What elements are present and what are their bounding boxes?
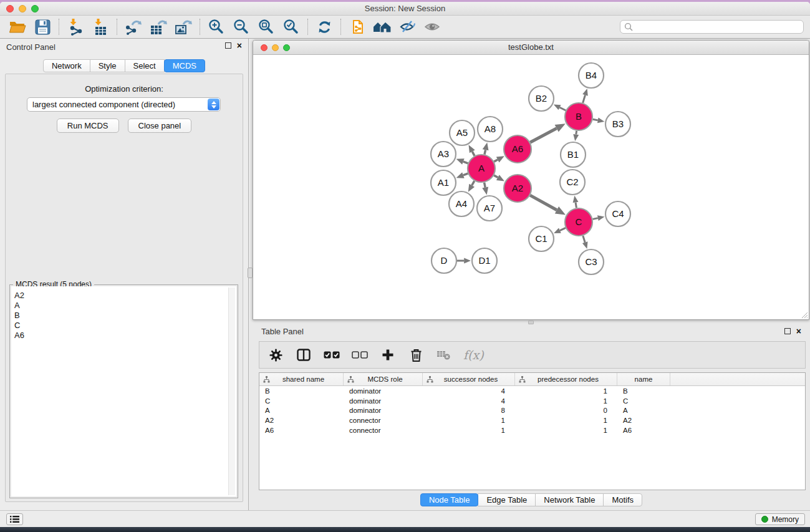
graph-edge-C-C3[interactable] <box>582 236 588 249</box>
graph-edge-B-B1[interactable] <box>573 131 579 141</box>
column-header-mcds-role[interactable]: MCDS role <box>344 373 423 385</box>
list-item[interactable]: A2 <box>11 291 236 301</box>
zoom-selected-icon[interactable] <box>279 17 304 37</box>
graph-edge-B-B2[interactable] <box>554 105 566 110</box>
minimize-network-button[interactable] <box>272 44 279 51</box>
export-table-icon[interactable] <box>146 17 171 37</box>
list-item[interactable]: A <box>11 301 236 311</box>
zoom-out-icon[interactable] <box>229 17 254 37</box>
graph-node-B1[interactable]: B1 <box>561 142 586 167</box>
graph-node-A5[interactable]: A5 <box>450 120 475 145</box>
graph-edge-C-C4[interactable] <box>593 215 605 221</box>
graph-node-D1[interactable]: D1 <box>472 248 497 273</box>
table-row[interactable]: A6connector11A6 <box>259 425 805 435</box>
graph-node-D[interactable]: D <box>432 248 456 273</box>
memory-button[interactable]: Memory <box>755 513 805 525</box>
tab-mcds[interactable]: MCDS <box>164 59 205 72</box>
tab-select[interactable]: Select <box>125 59 165 72</box>
resize-grip-icon[interactable] <box>800 311 808 319</box>
save-session-icon[interactable] <box>30 17 55 37</box>
function-builder-icon[interactable]: f(x) <box>463 348 484 362</box>
hide-selected-icon[interactable] <box>395 17 420 37</box>
column-header-predecessor-nodes[interactable]: predecessor nodes <box>515 373 617 385</box>
tab-motifs[interactable]: Motifs <box>603 493 642 506</box>
graph-edge-C-C1[interactable] <box>554 228 566 233</box>
minimize-window-button[interactable] <box>19 5 26 12</box>
new-network-icon[interactable] <box>345 17 370 37</box>
graph-edge-A-A3[interactable] <box>456 158 468 164</box>
graph-node-A4[interactable]: A4 <box>449 191 474 216</box>
float-panel-icon[interactable] <box>225 42 231 49</box>
tab-node-table[interactable]: Node Table <box>420 493 479 506</box>
graph-edge-C-C2[interactable] <box>573 196 579 208</box>
graph-edge-D-D1[interactable] <box>457 258 471 264</box>
float-panel-icon[interactable] <box>784 328 791 334</box>
refresh-icon[interactable] <box>312 17 337 37</box>
delete-column-icon[interactable] <box>407 346 425 364</box>
search-field[interactable] <box>620 20 804 34</box>
settings-gear-icon[interactable] <box>267 346 284 364</box>
zoom-network-button[interactable] <box>283 44 290 51</box>
graph-edge-B-B4[interactable] <box>582 89 588 103</box>
export-network-icon[interactable] <box>121 17 146 37</box>
graph-node-C4[interactable]: C4 <box>605 201 630 226</box>
graph-node-A1[interactable]: A1 <box>431 170 456 195</box>
scrollbar-track[interactable] <box>228 288 235 495</box>
zoom-fit-icon[interactable] <box>254 17 279 37</box>
export-image-icon[interactable] <box>171 17 196 37</box>
graph-edge-A-A1[interactable] <box>456 172 468 178</box>
column-header-name[interactable]: name <box>617 373 670 385</box>
tab-network[interactable]: Network <box>43 59 90 72</box>
close-panel-icon[interactable]: × <box>796 328 801 334</box>
graph-node-A3[interactable]: A3 <box>431 142 456 167</box>
list-item[interactable]: B <box>11 311 236 321</box>
tab-edge-table[interactable]: Edge Table <box>478 493 536 506</box>
zoom-window-button[interactable] <box>31 5 39 12</box>
graph-edge-B-B3[interactable] <box>593 117 605 123</box>
unselect-all-columns-icon[interactable] <box>351 346 369 364</box>
open-session-icon[interactable] <box>5 17 30 37</box>
tab-style[interactable]: Style <box>90 59 125 72</box>
graph-node-A6[interactable]: A6 <box>504 135 531 163</box>
list-item[interactable]: A6 <box>11 331 236 341</box>
graph-edge-A-A7[interactable] <box>482 183 488 195</box>
task-history-button[interactable] <box>6 513 23 525</box>
column-header-shared-name[interactable]: shared name <box>259 373 344 385</box>
splitter-grip[interactable] <box>248 268 253 278</box>
table-row[interactable]: A2connector11A2 <box>259 415 805 425</box>
graph-node-A7[interactable]: A7 <box>477 196 502 221</box>
delete-table-icon[interactable] <box>435 346 453 364</box>
table-row[interactable]: Adominator80A <box>259 406 805 416</box>
list-item[interactable]: C <box>11 321 236 331</box>
network-graph[interactable]: B4B2BB3A5A8A6A3B1AA1C2A2A4A7C4CC1C3DD1 <box>253 56 809 320</box>
show-all-icon[interactable] <box>420 17 445 37</box>
graph-node-C3[interactable]: C3 <box>579 249 604 274</box>
zoom-in-icon[interactable] <box>204 17 229 37</box>
graph-edge-A-A2[interactable] <box>494 175 504 181</box>
select-all-columns-icon[interactable] <box>323 346 340 364</box>
table-row[interactable]: Cdominator41C <box>259 396 805 406</box>
graph-edge-A6-B[interactable] <box>530 123 565 142</box>
graph-edge-A-A6[interactable] <box>494 156 504 162</box>
graph-node-B2[interactable]: B2 <box>529 86 554 111</box>
graph-node-C2[interactable]: C2 <box>560 170 585 195</box>
horizontal-splitter[interactable] <box>253 320 809 324</box>
graph-node-B4[interactable]: B4 <box>579 63 604 88</box>
graph-node-A[interactable]: A <box>468 155 495 182</box>
graph-edge-A-A4[interactable] <box>468 181 475 192</box>
optimization-criterion-select[interactable]: largest connected component (directed) <box>27 97 221 112</box>
column-header-successor-nodes[interactable]: successor nodes <box>423 373 515 385</box>
column-view-icon[interactable] <box>295 346 312 364</box>
tab-network-table[interactable]: Network Table <box>535 493 604 506</box>
close-window-button[interactable] <box>6 5 14 12</box>
graph-edge-A-A8[interactable] <box>483 142 489 154</box>
splitter-handle[interactable] <box>528 321 534 324</box>
import-network-icon[interactable] <box>63 17 88 37</box>
import-table-icon[interactable] <box>88 17 113 37</box>
add-column-icon[interactable] <box>379 346 397 364</box>
graph-node-A2[interactable]: A2 <box>504 175 531 202</box>
graph-node-A8[interactable]: A8 <box>478 117 503 142</box>
home-icon[interactable] <box>370 17 395 37</box>
graph-node-C1[interactable]: C1 <box>529 226 554 251</box>
graph-edge-A2-C[interactable] <box>530 195 566 215</box>
